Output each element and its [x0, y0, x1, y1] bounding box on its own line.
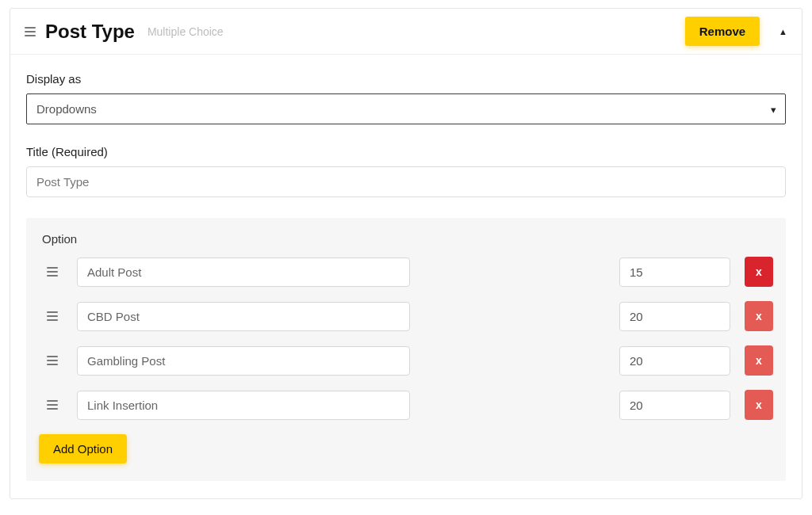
panel-title: Post Type [45, 21, 135, 43]
panel-body: Display as Dropdowns Title (Required) Op… [10, 55, 802, 498]
option-row: x [39, 301, 773, 331]
option-row: x [39, 390, 773, 420]
option-drag-handle[interactable] [42, 267, 63, 277]
option-value-input[interactable] [619, 346, 730, 376]
remove-button[interactable]: Remove [685, 17, 760, 46]
option-label-input[interactable] [77, 302, 410, 331]
option-label-input[interactable] [77, 391, 410, 420]
option-row: x [39, 257, 773, 287]
add-option-button[interactable]: Add Option [39, 434, 127, 464]
collapse-toggle-icon[interactable]: ▲ [779, 27, 787, 36]
option-row: x [39, 345, 773, 376]
option-delete-button[interactable]: x [745, 257, 773, 287]
title-label: Title (Required) [26, 145, 786, 158]
display-as-select[interactable]: Dropdowns [26, 93, 786, 124]
option-label-input[interactable] [77, 346, 410, 376]
option-delete-button[interactable]: x [745, 390, 773, 420]
field-panel: Post Type Multiple Choice Remove ▲ Displ… [10, 8, 802, 499]
option-value-input[interactable] [619, 302, 730, 331]
option-value-input[interactable] [619, 391, 730, 420]
option-drag-handle[interactable] [42, 311, 63, 321]
options-header: Option [39, 232, 773, 257]
panel-subtitle: Multiple Choice [147, 25, 224, 38]
panel-header: Post Type Multiple Choice Remove ▲ [10, 9, 802, 55]
drag-handle-icon[interactable] [25, 27, 36, 36]
option-label-input[interactable] [77, 258, 410, 287]
option-delete-button[interactable]: x [745, 345, 773, 376]
option-drag-handle[interactable] [42, 356, 63, 365]
option-drag-handle[interactable] [42, 400, 63, 410]
options-block: Option x x x [26, 218, 786, 481]
title-input[interactable] [26, 166, 786, 197]
display-as-label: Display as [26, 72, 786, 86]
option-delete-button[interactable]: x [745, 301, 773, 331]
option-value-input[interactable] [619, 258, 730, 287]
